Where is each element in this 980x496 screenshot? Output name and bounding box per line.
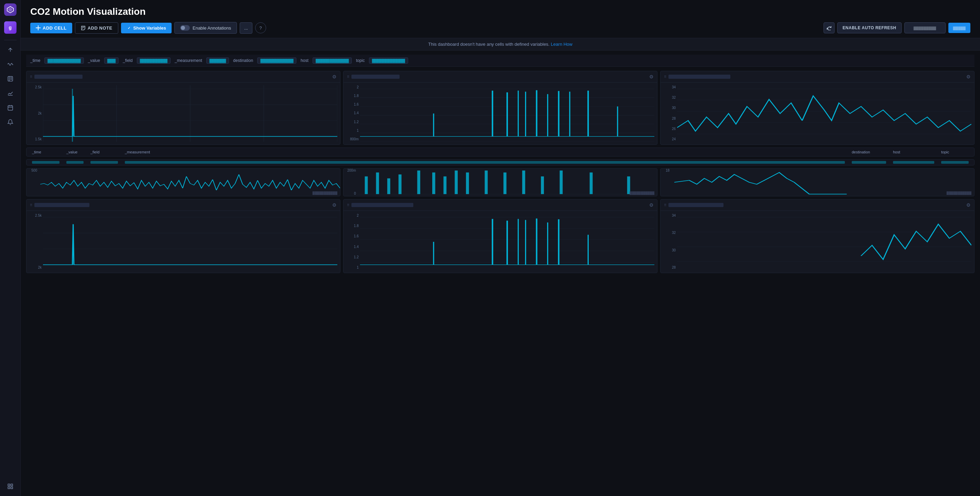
panel-2-body: 2 1.8 1.6 1.4 1.2 1 800m	[344, 83, 657, 145]
svg-rect-10	[8, 487, 10, 489]
host-filter-value[interactable]: ▓▓▓▓▓▓▓▓▓▓▓▓	[313, 57, 352, 64]
panel-8-settings-icon[interactable]: ⚙	[649, 202, 654, 208]
apply-button[interactable]: ▓▓▓▓▓	[948, 23, 970, 33]
col-destination: destination	[852, 150, 886, 154]
value-label: _value	[88, 58, 100, 63]
upload-icon[interactable]	[4, 44, 16, 56]
sidebar: g	[0, 0, 21, 496]
panel-1-drag-handle[interactable]: ⠿	[30, 75, 32, 79]
panel-2-chart-area	[360, 85, 654, 142]
panel-7-title	[34, 203, 89, 207]
col-time: _time	[32, 150, 59, 154]
panel-2-y-axis: 2 1.8 1.6 1.4 1.2 1 800m	[346, 85, 360, 142]
enable-annotations-button[interactable]: Enable Annotations	[174, 22, 237, 34]
enable-auto-refresh-button[interactable]: ENABLE AUTO REFRESH	[837, 22, 901, 33]
learn-how-link[interactable]: Learn How	[551, 41, 573, 47]
panel-8-body: 2 1.8 1.6 1.4 1.2 1	[344, 211, 657, 273]
measurement-filter-value[interactable]: ▓▓▓▓▓▓	[206, 57, 229, 64]
panel-3-drag-handle[interactable]: ⠿	[664, 75, 667, 79]
value-filter-value[interactable]: ▓▓▓	[104, 57, 119, 64]
svg-rect-54	[399, 174, 402, 194]
panel-4-body: 500 ▓▓▓▓▓▓▓▓▓▓▓	[27, 169, 340, 196]
svg-rect-55	[417, 171, 420, 195]
host-label: host	[301, 58, 309, 63]
svg-rect-9	[11, 484, 13, 486]
show-variables-button[interactable]: ✓ Show Variables	[121, 23, 172, 33]
panel-9-title	[668, 203, 724, 207]
main-content: CO2 Motion Visualization ADD CELL ADD NO…	[21, 0, 980, 496]
svg-rect-65	[590, 172, 593, 194]
panel-9-settings-icon[interactable]: ⚙	[966, 202, 971, 208]
panel-3-header: ⠿ ⚙	[660, 71, 974, 83]
col-host: host	[893, 150, 934, 154]
panel-3-settings-icon[interactable]: ⚙	[966, 74, 971, 80]
panel-6-chart-area	[674, 169, 974, 196]
panel-6-body: 18 ▓▓▓▓▓▓▓▓▓▓▓	[660, 169, 974, 196]
panel-7-body: 2.5k 2k	[27, 211, 340, 273]
panel-9-drag-handle[interactable]: ⠿	[664, 203, 667, 207]
calendar-icon[interactable]	[4, 102, 16, 114]
svg-rect-59	[466, 172, 469, 194]
wave-icon[interactable]	[4, 58, 16, 70]
panel-2-header: ⠿ ⚙	[344, 71, 657, 83]
svg-rect-51	[365, 177, 368, 194]
panel-7-drag-handle[interactable]: ⠿	[30, 203, 32, 207]
panel-5-y-axis: 200m 0	[344, 169, 357, 196]
add-cell-button[interactable]: ADD CELL	[30, 23, 72, 33]
panel-row-2: 500 ▓▓▓▓▓▓▓▓▓▓▓ 200m 0	[26, 168, 975, 196]
help-button[interactable]: ?	[255, 22, 266, 33]
topic-filter-value[interactable]: ▓▓▓▓▓▓▓▓▓▓▓▓	[369, 57, 408, 64]
panel-3-body: 34 32 30 28 26 24	[660, 83, 974, 145]
panel-8-drag-handle[interactable]: ⠿	[347, 203, 349, 207]
panel-9-chart: 34 32 30 28	[663, 214, 971, 270]
variable-filter-row: _time ▓▓▓▓▓▓▓▓▓▓▓▓ _value ▓▓▓ _field ▓▓▓…	[26, 55, 975, 67]
time-range-button[interactable]: ▓▓▓▓▓▓▓▓▓	[904, 22, 946, 33]
time-filter-value[interactable]: ▓▓▓▓▓▓▓▓▓▓▓▓	[45, 57, 84, 64]
panel-9-y-axis: 34 32 30 28	[663, 214, 677, 270]
panel-8-header: ⠿ ⚙	[344, 199, 657, 211]
org-avatar[interactable]: g	[4, 21, 16, 34]
variables-banner-message: This dashboard doesn't have any cells wi…	[428, 41, 549, 47]
svg-rect-62	[522, 171, 525, 195]
show-variables-checkbox: ✓	[127, 26, 131, 30]
chart-line-icon[interactable]	[4, 87, 16, 99]
panel-8-title-area: ⠿	[347, 203, 413, 207]
annotations-toggle	[180, 25, 190, 30]
svg-rect-8	[8, 484, 10, 486]
svg-rect-64	[560, 171, 563, 195]
refresh-button[interactable]	[824, 22, 835, 33]
panel-1-body: 2.5k 2k 1.5k .gridline{stroke:#1e2635;st…	[27, 83, 340, 145]
panel-2-title	[352, 75, 399, 79]
more-options-button[interactable]: ...	[240, 22, 252, 34]
panel-3-chart-area	[677, 85, 971, 142]
svg-rect-13	[38, 26, 38, 30]
time-label: _time	[30, 58, 40, 63]
panel-5-chart-area	[357, 169, 657, 196]
data-explorer-icon[interactable]	[4, 480, 16, 493]
panel-8-title	[352, 203, 413, 207]
add-note-label: ADD NOTE	[88, 26, 113, 30]
field-cell	[91, 161, 118, 164]
enable-annotations-label: Enable Annotations	[192, 26, 231, 30]
panel-7-chart: 2.5k 2k	[29, 214, 337, 270]
field-filter-value[interactable]: ▓▓▓▓▓▓▓▓▓▓	[137, 57, 170, 64]
app-logo[interactable]	[4, 3, 16, 16]
panel-9-header: ⠿ ⚙	[660, 199, 974, 211]
notebook-icon[interactable]	[4, 73, 16, 85]
bell-icon[interactable]	[4, 116, 16, 128]
panel-3-y-axis: 34 32 30 28 26 24	[663, 85, 677, 142]
destination-filter-value[interactable]: ▓▓▓▓▓▓▓▓▓▓▓▓	[257, 57, 296, 64]
panel-1-title	[34, 75, 83, 79]
panel-2-settings-icon[interactable]: ⚙	[649, 74, 654, 80]
panel-5-body: 200m 0	[344, 169, 657, 196]
measurement-label: _measurement	[175, 58, 202, 63]
panel-2-drag-handle[interactable]: ⠿	[347, 75, 349, 79]
destination-label: destination	[233, 58, 253, 63]
svg-rect-52	[376, 172, 379, 194]
panel-7-settings-icon[interactable]: ⚙	[332, 202, 337, 208]
add-note-button[interactable]: ADD NOTE	[75, 22, 118, 34]
panel-1-settings-icon[interactable]: ⚙	[332, 74, 337, 80]
variable-table-row: _time _value _field _measurement destina…	[26, 148, 975, 156]
panel-8-chart: 2 1.8 1.6 1.4 1.2 1	[346, 214, 654, 270]
panel-4-chart-area	[40, 169, 340, 196]
